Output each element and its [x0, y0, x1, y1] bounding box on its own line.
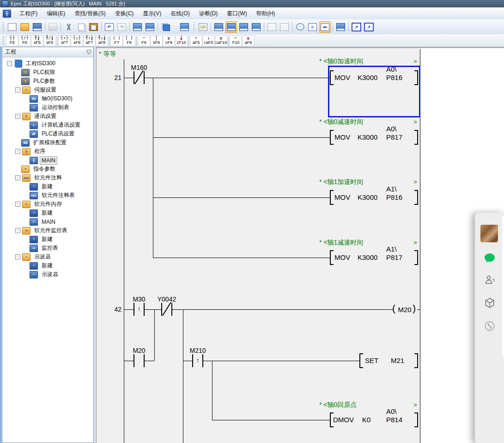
mdi-child-icon[interactable]: ╫ [3, 10, 11, 18]
toolbar-grip[interactable] [193, 22, 195, 31]
tree-item-8-row[interactable]: ⇄PLC通讯设置 [2, 129, 93, 138]
tree-item-21-row[interactable]: ∞监控表 [2, 244, 93, 252]
expand-collapse-icon[interactable]: - [15, 228, 20, 233]
ladder-symbol-caf5[interactable]: ↓caF5 [202, 35, 215, 46]
tree-item-16-row[interactable]: -≡软元件内存 [2, 200, 93, 209]
tree-item-3-row[interactable]: -≡伺服设置 [2, 86, 93, 94]
ladder-symbol-sf6[interactable]: ┦/┟sF6 [43, 35, 56, 46]
ladder-symbol-f5[interactable]: ┤├F5 [6, 35, 18, 46]
ladder-logic-test-button[interactable]: LD [197, 21, 209, 33]
ladder-symbol-cf10[interactable]: │cF10× [175, 35, 188, 46]
menu-item-4[interactable]: 显示(V) [138, 8, 166, 19]
expand-collapse-icon[interactable]: - [15, 114, 20, 119]
expand-collapse-icon[interactable]: - [15, 175, 20, 180]
miniprogram-cube-icon[interactable] [483, 296, 496, 309]
tree-item-15-row[interactable]: ABC软元件注释表 [2, 191, 93, 200]
write-to-plc-button[interactable]: ↓ [132, 21, 143, 33]
tree-item-17-row[interactable]: *新建 [2, 209, 93, 217]
read-from-plc-button[interactable]: ↑ [144, 21, 156, 33]
ladder-symbol-sf5[interactable]: ┦┟sF5 [31, 35, 43, 46]
cascade-window-button[interactable]: ↗ [363, 21, 375, 33]
toolbar-grip[interactable] [2, 22, 4, 31]
tree-item-7-row[interactable]: ▪计算机通讯设置 [2, 121, 93, 129]
tree-item-1-row[interactable]: YPLC权限 [2, 68, 93, 77]
ladder-symbol-caf10[interactable]: ─caF10× [215, 35, 227, 46]
contacts-icon[interactable] [483, 273, 496, 286]
print-button[interactable] [47, 21, 59, 33]
monitor-write-mode-button[interactable] [238, 21, 249, 33]
ladder-symbol-f10[interactable]: ⌐F10 [230, 35, 242, 46]
ladder-symbol-sf7[interactable]: ┤↑├sF7 [58, 35, 71, 46]
comment-axis0-accel[interactable]: * <轴0加速时间 [319, 57, 363, 66]
device-display-button[interactable]: → [335, 21, 346, 33]
menu-item-2[interactable]: 查找/替换(S) [70, 8, 110, 19]
verify-with-plc-button[interactable] [160, 21, 171, 33]
comment-axis1-accel[interactable]: * <轴1加速时间 [319, 178, 363, 186]
start-monitor-button[interactable] [266, 21, 278, 33]
tree-item-4-row[interactable]: 00轴0(ISD300) [2, 94, 93, 103]
stop-monitor-button[interactable] [279, 21, 290, 33]
expand-collapse-icon[interactable]: - [15, 87, 20, 92]
contact-m210[interactable] [192, 354, 203, 367]
pin-icon[interactable] [86, 50, 91, 54]
tree-item-14-row[interactable]: *新建 [2, 182, 93, 191]
ladder-symbol-f6[interactable]: ┤/├F6 [18, 35, 31, 46]
copy-button[interactable] [75, 21, 87, 33]
menu-item-1[interactable]: 编辑(E) [42, 8, 70, 19]
undo-button[interactable]: ↶ [103, 21, 115, 33]
comment-axis0-home[interactable]: * <轴0回原点 [319, 401, 357, 409]
expand-collapse-icon[interactable]: - [15, 202, 20, 207]
tree-item-6-row[interactable]: -T通讯设置 [2, 112, 93, 121]
menu-item-3[interactable]: 变换(C) [110, 8, 139, 19]
tree-item-24-row[interactable]: ~示波器 [2, 270, 93, 279]
moments-link-icon[interactable] [483, 320, 496, 332]
tree-item-2-row[interactable]: YPLC参数 [2, 77, 93, 86]
contact-m30[interactable] [134, 303, 145, 316]
chat-icon[interactable] [483, 252, 496, 265]
tree-item-22-row[interactable]: -~示波器 [2, 252, 93, 261]
write-mode-button[interactable] [225, 21, 237, 33]
ladder-symbol-f8[interactable]: [ ]F8 [123, 35, 135, 46]
tree-item-20-row[interactable]: *新建 [2, 235, 93, 244]
ladder-symbol-sf8[interactable]: ┤↓├sF8 [71, 35, 83, 46]
contact-m160[interactable] [134, 71, 145, 84]
paste-button[interactable] [88, 21, 99, 33]
monitor-edit-button[interactable] [250, 21, 262, 33]
tree-item-9-row[interactable]: 88扩展模块配置 [2, 138, 93, 147]
ladder-symbol-af7[interactable]: ┦↑┟aF7 [83, 35, 96, 46]
toolbar-grip[interactable] [2, 36, 4, 45]
menu-item-0[interactable]: 工程(F) [15, 8, 42, 19]
tree-item-10-row[interactable]: -╫程序 [2, 147, 93, 156]
menu-item-6[interactable]: 诊断(D) [194, 8, 223, 19]
open-project-button[interactable] [19, 21, 30, 33]
menu-item-8[interactable]: 帮助(H) [252, 8, 280, 19]
avatar[interactable] [480, 225, 498, 242]
monitor-mode-button[interactable] [213, 21, 225, 33]
new-project-button[interactable] [6, 21, 18, 33]
open-window-button[interactable]: ↗ [351, 21, 362, 33]
cut-button[interactable] [63, 21, 74, 33]
tree-item-12-row[interactable]: *指令参数 [2, 165, 93, 173]
contact-y0042[interactable] [161, 303, 172, 316]
tree-item-18-row[interactable]: ≡MAIN [2, 217, 93, 226]
comment-axis1-decel[interactable]: * <轴1减速时间 [319, 239, 363, 247]
remote-operation-button[interactable] [179, 21, 190, 33]
ladder-symbol-af9[interactable]: ⌐aF9× [242, 35, 255, 46]
ladder-symbol-af8[interactable]: ┦↓┟aF8 [96, 35, 108, 46]
ladder-symbol-cf9[interactable]: ─cF9× [163, 35, 175, 46]
redo-button[interactable]: ↷ [116, 21, 128, 33]
expand-collapse-icon[interactable]: - [7, 61, 12, 66]
ladder-symbol-f9[interactable]: ─F9 [138, 35, 150, 46]
dock-scrollbar[interactable] [502, 216, 504, 356]
tree-item-19-row[interactable]: -∞软元件监控表 [2, 226, 93, 235]
menu-item-5[interactable]: 在线(O) [166, 8, 194, 19]
menu-item-7[interactable]: 窗口(W) [222, 8, 251, 19]
note-button[interactable]: ≔ [319, 21, 331, 33]
tree-item-11-selected[interactable]: ╫MAIN [2, 156, 93, 165]
statement-button[interactable]: ≡ [307, 21, 318, 33]
ladder-symbol-f7[interactable]: ( )F7 [110, 35, 123, 46]
ladder-editor[interactable]: * 等等 21 M160 * <轴0加速时间 > * <轴0减速时间 > * <… [96, 47, 504, 443]
device-comment-button[interactable]: ··· [294, 21, 306, 33]
tree-item-5-row[interactable]: ≡运动控制表 [2, 103, 93, 112]
ladder-symbol-af5[interactable]: ↑aF5 [190, 35, 202, 46]
